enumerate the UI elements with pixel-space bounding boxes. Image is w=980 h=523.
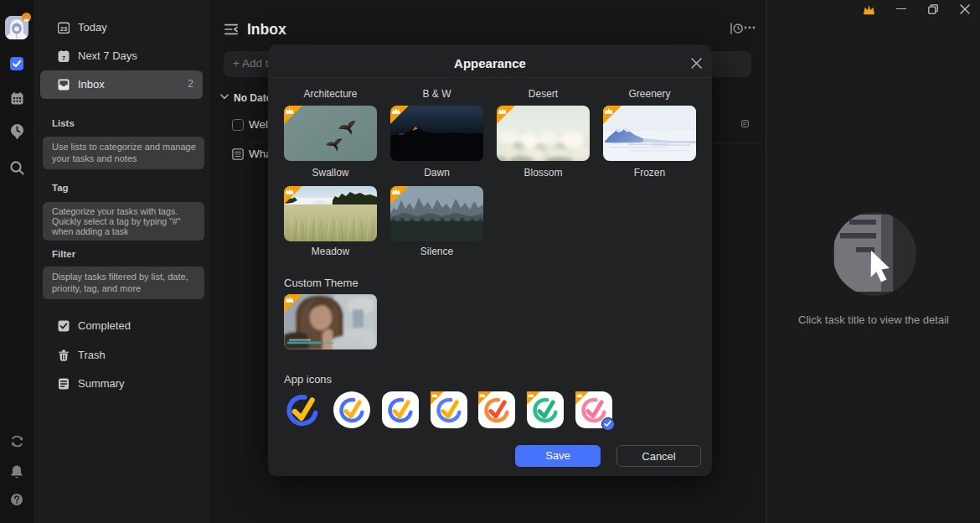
svg-text:23: 23 (60, 25, 67, 33)
svg-text:7: 7 (62, 54, 65, 62)
